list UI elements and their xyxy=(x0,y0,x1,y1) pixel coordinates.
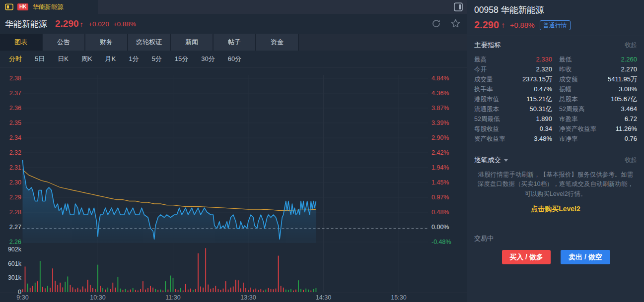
sell-short-button[interactable]: 卖出 / 做空 xyxy=(561,250,610,264)
volume-bar xyxy=(293,291,294,292)
buy-level2-link[interactable]: 点击购买Level2 xyxy=(467,205,644,214)
trading-status: 交易中 xyxy=(474,234,644,243)
period-tab[interactable]: 15分 xyxy=(175,55,188,63)
volume-bar xyxy=(143,281,143,292)
volume-bar xyxy=(245,288,246,292)
volume-bar xyxy=(190,289,191,292)
period-tab[interactable]: 日K xyxy=(58,55,69,63)
volume-bar xyxy=(200,287,201,292)
intraday-chart[interactable]: 2.382.372.362.352.342.322.312.302.292.28… xyxy=(0,68,467,302)
volume-bar xyxy=(152,288,153,292)
price-change-percent: +0.88% xyxy=(113,20,136,28)
volume-bar xyxy=(97,265,98,292)
volume-bar xyxy=(180,288,181,292)
volume-bar xyxy=(303,290,304,292)
volume-bar xyxy=(198,253,199,292)
avg-price-line xyxy=(23,170,316,211)
volume-bar xyxy=(273,289,274,292)
volume-bar xyxy=(60,283,61,292)
detail-price: 2.290 xyxy=(474,19,499,31)
volume-bar xyxy=(77,288,78,292)
main-tab[interactable]: 资金 xyxy=(256,34,298,51)
stock-window-tab[interactable]: HK 华能新能源 xyxy=(0,0,98,14)
volume-bar xyxy=(281,286,282,292)
volume-bar xyxy=(300,289,301,292)
volume-bar xyxy=(115,288,116,292)
volume-bar xyxy=(47,286,48,292)
volume-bar xyxy=(35,283,36,292)
volume-bar xyxy=(75,289,76,292)
volume-bar xyxy=(230,288,231,292)
period-tab[interactable]: 30分 xyxy=(201,55,215,63)
volume-bar xyxy=(40,261,41,292)
percent-axis-label: -0.48% xyxy=(431,239,451,245)
volume-bar xyxy=(263,291,264,292)
volume-bar xyxy=(107,288,108,292)
star-favorite-icon[interactable] xyxy=(450,18,461,29)
volume-bar xyxy=(213,288,214,292)
period-tab-strip: 分时5日日K周K月K1分5分15分30分60分 xyxy=(0,51,467,68)
panel-toggle-icon[interactable] xyxy=(454,2,463,11)
volume-bar xyxy=(112,283,113,292)
collapse-ticks-button[interactable]: 收起 xyxy=(625,156,637,165)
volume-bar xyxy=(260,289,261,292)
volume-axis-label: 902k xyxy=(8,246,22,253)
volume-bar xyxy=(268,288,269,292)
volume-bar xyxy=(313,289,314,292)
price-axis-label: 2.30 xyxy=(9,179,21,186)
main-tab[interactable]: 窝轮权证 xyxy=(128,34,170,51)
percent-axis-label: 3.39% xyxy=(431,120,449,126)
quote-detail-panel: 00958 华能新能源 2.290 ↑ +0.88% 普通行情 主要指标 收起 … xyxy=(467,0,644,302)
buy-long-button[interactable]: 买入 / 做多 xyxy=(502,250,551,264)
volume-bar xyxy=(258,290,259,292)
sidebar-left-icon xyxy=(5,3,13,10)
volume-bar xyxy=(150,286,151,292)
period-tab[interactable]: 60分 xyxy=(228,55,241,63)
indicator-row: 港股市值 115.21亿 总股本 105.67亿 xyxy=(474,94,637,104)
collapse-indicators-button[interactable]: 收起 xyxy=(625,41,637,50)
main-tab[interactable]: 图表 xyxy=(0,34,42,51)
indicator-row: 52周最低 1.890 市盈率 6.72 xyxy=(474,114,637,124)
volume-bar xyxy=(316,288,317,292)
main-tab[interactable]: 财务 xyxy=(85,34,127,51)
percent-axis-label: 2.90% xyxy=(431,134,449,141)
price-axis-label: 2.38 xyxy=(9,75,21,82)
period-tab[interactable]: 5分 xyxy=(151,55,161,63)
price-axis-label: 2.37 xyxy=(9,90,21,97)
indicators-title: 主要指标 xyxy=(474,41,501,50)
volume-bar xyxy=(80,290,81,292)
main-tab[interactable]: 新闻 xyxy=(171,34,213,51)
ticks-dropdown[interactable]: 逐笔成交 xyxy=(474,156,508,165)
quote-level-badge: 普通行情 xyxy=(540,20,571,30)
price-axis-label: 2.27 xyxy=(9,224,21,231)
tab-stock-name: 华能新能源 xyxy=(32,3,64,11)
up-arrow-icon: ↑ xyxy=(501,21,505,30)
period-tab[interactable]: 月K xyxy=(105,55,116,63)
main-tab[interactable]: 帖子 xyxy=(214,34,255,51)
volume-bar xyxy=(298,280,299,292)
indicator-row: 今开 2.320 昨收 2.270 xyxy=(474,64,637,74)
period-tab[interactable]: 周K xyxy=(81,55,92,63)
period-tab[interactable]: 分时 xyxy=(9,55,22,63)
volume-bar xyxy=(57,285,58,292)
volume-bar xyxy=(102,288,103,292)
period-tab[interactable]: 5日 xyxy=(35,55,45,63)
volume-bar xyxy=(185,284,186,292)
trade-section: 交易中 买入 / 做多 卖出 / 做空 xyxy=(467,234,644,264)
period-tab[interactable]: 1分 xyxy=(129,55,139,63)
volume-bar xyxy=(265,290,266,292)
volume-bar xyxy=(195,289,196,292)
volume-bar xyxy=(145,290,146,292)
main-tab[interactable]: 公告 xyxy=(43,34,84,51)
market-badge: HK xyxy=(17,3,28,10)
volume-bar xyxy=(175,289,176,292)
volume-axis-label: 301k xyxy=(8,274,22,281)
volume-bar xyxy=(85,289,86,292)
volume-bar xyxy=(138,291,139,292)
price-axis-label: 2.28 xyxy=(9,209,21,216)
volume-bar xyxy=(188,290,189,292)
volume-bar xyxy=(238,280,239,292)
volume-bar xyxy=(65,282,66,292)
refresh-icon[interactable] xyxy=(431,18,441,29)
last-price: 2.290 xyxy=(55,18,79,29)
